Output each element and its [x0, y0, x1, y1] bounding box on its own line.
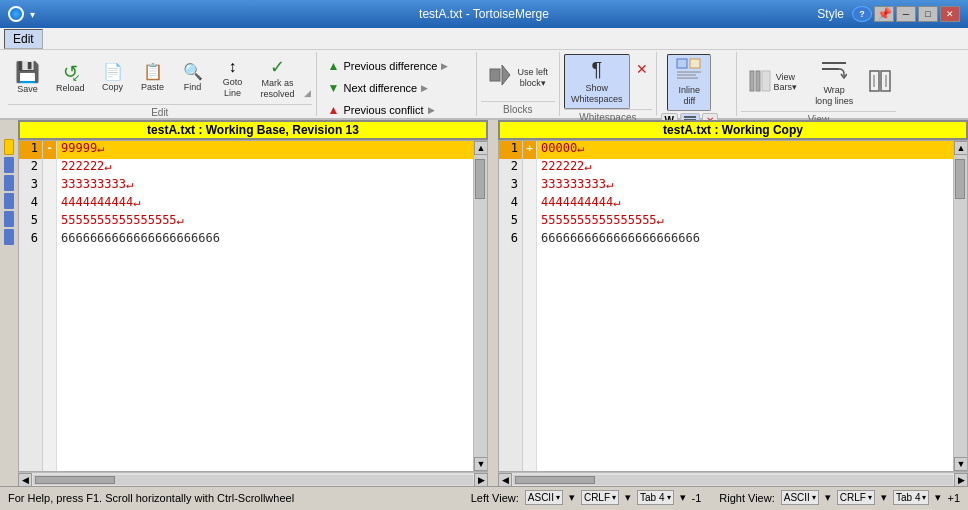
left-linenum-5: 5	[19, 213, 42, 231]
right-scroll-up[interactable]: ▲	[954, 141, 968, 155]
prev-diff-up-arrow: ▲	[328, 59, 340, 73]
minimize-button[interactable]: ─	[896, 6, 916, 22]
goto-line-button[interactable]: ↕ GotoLine	[214, 55, 252, 103]
left-indicator-2	[0, 174, 18, 192]
right-linenum-2: 2	[499, 159, 522, 177]
left-scroll-up[interactable]: ▲	[474, 141, 488, 155]
show-whitespaces-container: ¶ ShowWhitespaces	[564, 54, 630, 109]
toolbar-group-view: ViewBars▾ Wraplong lines	[737, 52, 901, 116]
left-hscroll-right[interactable]: ▶	[474, 473, 488, 487]
left-hscroll-track[interactable]	[33, 475, 473, 485]
right-pane[interactable]: 1 2 3 4 5 6 + 00000↵ 222222↵ 333333333↵	[498, 140, 968, 472]
title-bar-left: ▾	[8, 6, 35, 22]
columns-button[interactable]	[864, 66, 896, 99]
left-hscroll-left[interactable]: ◀	[18, 473, 32, 487]
toolbar-group-whitespaces: ¶ ShowWhitespaces ✕ Whitespaces	[560, 52, 657, 116]
left-hscroll[interactable]: ◀ ▶	[18, 472, 488, 486]
normal-indicator-2	[4, 175, 14, 191]
left-pane-container: testA.txt : Working Base, Revision 13 1 …	[18, 120, 488, 486]
mark-resolved-button[interactable]: ✓ Mark asresolved	[254, 54, 302, 104]
toolbar-group-blocks: Use leftblock▾ Blocks	[477, 52, 561, 116]
status-bar: For Help, press F1. Scroll horizontally …	[0, 486, 968, 508]
edit-group-expand[interactable]: ◢	[304, 88, 312, 102]
right-hscroll-left[interactable]: ◀	[498, 473, 512, 487]
save-button[interactable]: 💾 Save	[8, 58, 47, 99]
right-linenum-4: 4	[499, 195, 522, 213]
left-linenum-4: 4	[19, 195, 42, 213]
next-difference-button[interactable]: ▼ Next difference ▶	[321, 78, 436, 98]
left-hscroll-thumb[interactable]	[35, 476, 115, 484]
show-whitespaces-button[interactable]: ¶ ShowWhitespaces	[564, 54, 630, 109]
right-line-1: 00000↵	[537, 141, 953, 159]
right-hscroll-thumb[interactable]	[515, 476, 595, 484]
changed-indicator	[4, 139, 14, 155]
prev-diff-right-arrow: ▶	[441, 61, 448, 71]
next-diff-right-arrow: ▶	[421, 83, 428, 93]
right-hscroll-right[interactable]: ▶	[954, 473, 968, 487]
status-sep-3: ▾	[680, 491, 686, 504]
maximize-button[interactable]: □	[918, 6, 938, 22]
svg-rect-10	[750, 71, 754, 91]
prev-conflict-right-arrow: ▶	[428, 105, 435, 115]
paste-button[interactable]: 📋 Paste	[134, 60, 172, 97]
right-content[interactable]: 00000↵ 222222↵ 333333333↵ 4444444444↵ 55…	[537, 141, 953, 471]
left-lineending-dropdown[interactable]: CRLF	[581, 490, 619, 505]
left-tabsize-dropdown[interactable]: Tab 4	[637, 490, 673, 505]
svg-rect-11	[756, 71, 760, 91]
right-line-2: 222222↵	[537, 159, 953, 177]
title-bar-controls: Style ? 📌 ─ □ ✕	[811, 6, 960, 22]
normal-indicator-3	[4, 193, 14, 209]
clear-whitespaces-button[interactable]: ✕	[632, 58, 652, 80]
right-scroll-track[interactable]	[954, 155, 967, 457]
right-scroll-down[interactable]: ▼	[954, 457, 968, 471]
left-line-4: 4444444444↵	[57, 195, 473, 213]
menu-bar: Edit	[0, 28, 968, 50]
right-gutter: +	[523, 141, 537, 471]
left-vscroll[interactable]: ▲ ▼	[473, 141, 487, 471]
right-linenum-1: 1	[499, 141, 522, 159]
prev-conflict-button[interactable]: ▲ Previous conflict ▶	[321, 100, 442, 120]
right-line-3: 333333333↵	[537, 177, 953, 195]
left-pane[interactable]: 1 2 3 4 5 6 - 99999↵ 222222↵ 333333333↵	[18, 140, 488, 472]
view-bars-icon	[748, 69, 772, 96]
status-sep-6: ▾	[935, 491, 941, 504]
view-bars-button[interactable]: ViewBars▾	[741, 65, 805, 100]
left-scroll-down[interactable]: ▼	[474, 457, 488, 471]
svg-rect-3	[690, 59, 700, 68]
prev-conflict-label: Previous conflict	[343, 104, 423, 116]
menu-item-edit[interactable]: Edit	[4, 29, 43, 49]
find-button[interactable]: 🔍 Find	[174, 60, 212, 97]
left-scroll-thumb[interactable]	[475, 159, 485, 199]
pane-divider	[488, 120, 498, 486]
close-button[interactable]: ✕	[940, 6, 960, 22]
reload-button[interactable]: ↺ ↙ Reload	[49, 59, 92, 98]
right-encoding-dropdown[interactable]: ASCII	[781, 490, 819, 505]
left-line-1: 99999↵	[57, 141, 473, 159]
wrap-long-lines-button[interactable]: Wraplong lines	[808, 54, 860, 111]
normal-indicator-4	[4, 211, 14, 227]
left-line-2: 222222↵	[57, 159, 473, 177]
pin-button[interactable]: 📌	[874, 6, 894, 22]
right-view-value: +1	[947, 492, 960, 504]
right-vscroll[interactable]: ▲ ▼	[953, 141, 967, 471]
left-encoding-dropdown[interactable]: ASCII	[525, 490, 563, 505]
prev-difference-button[interactable]: ▲ Previous difference ▶	[321, 56, 456, 76]
copy-button[interactable]: 📄 Copy	[94, 60, 132, 97]
right-linenum-5: 5	[499, 213, 522, 231]
toolbar-group-blocks-label: Blocks	[481, 101, 556, 116]
right-scroll-thumb[interactable]	[955, 159, 965, 199]
wrap-icon	[821, 58, 847, 83]
use-left-block-button[interactable]: Use leftblock▾	[481, 57, 556, 98]
right-lineending-dropdown[interactable]: CRLF	[837, 490, 875, 505]
left-view-value: -1	[692, 492, 702, 504]
right-hscroll-track[interactable]	[513, 475, 953, 485]
inline-diff-button[interactable]: Inlinediff	[667, 54, 711, 111]
right-tabsize-dropdown[interactable]: Tab 4	[893, 490, 929, 505]
left-content[interactable]: 99999↵ 222222↵ 333333333↵ 4444444444↵ 55…	[57, 141, 473, 471]
right-hscroll[interactable]: ◀ ▶	[498, 472, 968, 486]
help-button[interactable]: ?	[852, 6, 872, 22]
svg-rect-2	[677, 59, 687, 68]
style-menu[interactable]: Style	[811, 6, 850, 22]
right-pane-header: testA.txt : Working Copy	[498, 120, 968, 140]
left-scroll-track[interactable]	[474, 155, 487, 457]
